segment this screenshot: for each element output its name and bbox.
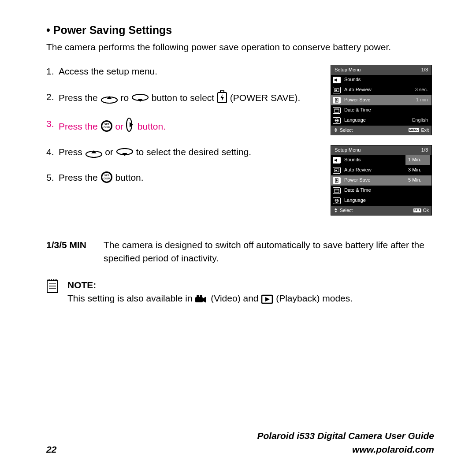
lcd-page-indicator: 1/3 — [421, 67, 428, 74]
text-fragment: button to select — [152, 93, 217, 103]
up-button-icon — [100, 94, 118, 104]
updown-arrows-icon — [334, 208, 338, 212]
svg-rect-33 — [335, 170, 337, 171]
svg-text:DISP: DISP — [104, 126, 110, 129]
text-fragment: (POWER SAVE). — [230, 93, 300, 103]
intro-text: The camera performs the following power … — [46, 41, 434, 54]
svg-marker-30 — [335, 130, 337, 132]
lcd-page-indicator: 1/3 — [421, 147, 428, 154]
text-fragment: Press — [59, 147, 85, 157]
language-icon — [333, 117, 341, 124]
lcd-item-value: 1 min — [416, 97, 430, 104]
step-number: 1. — [46, 65, 59, 78]
power-save-icon — [333, 177, 341, 184]
svg-marker-41 — [335, 211, 337, 212]
step-body: Access the setup menu. — [59, 65, 317, 78]
lcd-column: Setup Menu 1/3 Sounds Auto Review 3 sec. — [331, 65, 434, 225]
lcd-header: Setup Menu 1/3 — [331, 145, 431, 155]
playback-mode-icon — [261, 294, 273, 304]
svg-rect-5 — [220, 91, 224, 93]
step-number: 2. — [46, 90, 59, 104]
video-mode-icon — [195, 294, 208, 304]
lcd-item-sounds: Sounds 1 Min. — [331, 155, 431, 165]
power-save-icon — [217, 90, 227, 104]
lcd-item-label: Date & Time — [343, 187, 405, 194]
lcd-submenu-value: 5 Min. — [405, 177, 430, 184]
step-4: 4. Press or to select the desired settin… — [46, 145, 317, 159]
page-footer: 22 Polaroid i533 Digital Camera User Gui… — [46, 429, 434, 456]
auto-review-icon — [333, 167, 341, 174]
svg-point-49 — [200, 295, 202, 298]
lcd-screenshot-1: Setup Menu 1/3 Sounds Auto Review 3 sec. — [331, 65, 432, 135]
lcd-footer-right-label: Ok — [423, 207, 429, 214]
lcd-screenshot-2: Setup Menu 1/3 Sounds 1 Min. Auto Review… — [331, 145, 432, 216]
text-fragment: Press the — [59, 172, 100, 182]
lcd-item-power-save: Power Save 1 min — [331, 95, 431, 105]
step-body: Press or to select the desired setting. — [59, 145, 317, 159]
lcd-item-label: Date & Time — [343, 107, 428, 114]
speaker-icon — [333, 157, 341, 164]
lcd-item-date-time: Date & Time — [331, 105, 431, 115]
lcd-item-language: Language — [331, 196, 431, 206]
guide-title: Polaroid i533 Digital Camera User Guide — [257, 429, 434, 443]
set-disp-button-icon: SETDISP — [100, 120, 113, 132]
calendar-icon — [333, 107, 341, 114]
lcd-submenu-value: 3 Min. — [405, 167, 430, 174]
updown-arrows-icon — [334, 128, 338, 132]
section-title: Power Saving Settings — [46, 22, 434, 38]
svg-text:SET: SET — [104, 174, 109, 177]
text-fragment: (Video) and — [211, 293, 261, 303]
svg-rect-46 — [195, 297, 203, 302]
step-2: 2. Press the ro button to select (POWER … — [46, 90, 317, 104]
step-body: Press the SETDISP button. — [59, 171, 317, 184]
lcd-footer-left: Select — [334, 207, 353, 214]
text-fragment: to select the desired setting. — [136, 147, 252, 157]
lcd-item-label: Sounds — [343, 156, 405, 164]
lcd-item-date-time: Date & Time — [331, 186, 431, 196]
auto-review-icon — [333, 87, 341, 93]
svg-marker-40 — [335, 208, 337, 210]
text-fragment: Press the — [59, 93, 100, 103]
down-button-icon — [116, 148, 134, 158]
lcd-title: Setup Menu — [335, 67, 361, 74]
definition-body: The camera is designed to switch off aut… — [104, 238, 434, 265]
note-label: NOTE: — [67, 280, 96, 290]
down-button-icon — [131, 94, 149, 104]
language-icon — [333, 197, 341, 204]
right-button-icon — [126, 117, 135, 132]
note-body: NOTE: This setting is also available in … — [67, 279, 434, 305]
lcd-item-value: 3 sec. — [415, 86, 430, 93]
text-fragment: or — [105, 147, 116, 157]
lcd-item-label: Auto Review — [343, 167, 405, 174]
step-number: 4. — [46, 145, 59, 159]
text-fragment: button. — [115, 172, 143, 182]
lcd-footer-right: SET Ok — [413, 207, 429, 214]
footer-right: Polaroid i533 Digital Camera User Guide … — [257, 429, 434, 456]
lcd-item-label: Language — [343, 197, 405, 204]
notepad-icon — [46, 279, 60, 297]
svg-text:DISP: DISP — [104, 177, 110, 180]
step-body: Press the ro button to select (POWER SAV… — [59, 90, 317, 104]
lcd-footer-left: Select — [334, 127, 353, 134]
lcd-footer-left-label: Select — [340, 127, 353, 134]
lcd-item-sounds: Sounds — [331, 75, 431, 85]
svg-rect-24 — [335, 109, 339, 112]
text-fragment: This setting is also available in — [67, 293, 195, 303]
lcd-item-label: Power Save — [343, 97, 416, 104]
step-1: 1. Access the setup menu. — [46, 65, 317, 78]
lcd-item-power-save: Power Save 5 Min. — [331, 175, 431, 186]
lcd-footer: Select MENU Exit — [331, 126, 431, 135]
definition-label: 1/3/5 MIN — [46, 238, 104, 265]
lcd-footer-left-label: Select — [340, 207, 353, 214]
svg-point-48 — [197, 295, 199, 298]
step-3: 3. Press the SETDISP or button. — [46, 117, 317, 133]
set-badge: SET — [413, 208, 421, 212]
calendar-icon — [333, 187, 341, 194]
lcd-item-label: Language — [343, 117, 412, 124]
step-number: 3. — [46, 117, 59, 133]
text-fragment: ro — [120, 93, 131, 103]
text-fragment: button. — [138, 121, 166, 131]
guide-url: www.polaroid.com — [257, 443, 434, 456]
svg-marker-47 — [203, 297, 206, 303]
svg-marker-31 — [335, 158, 337, 162]
